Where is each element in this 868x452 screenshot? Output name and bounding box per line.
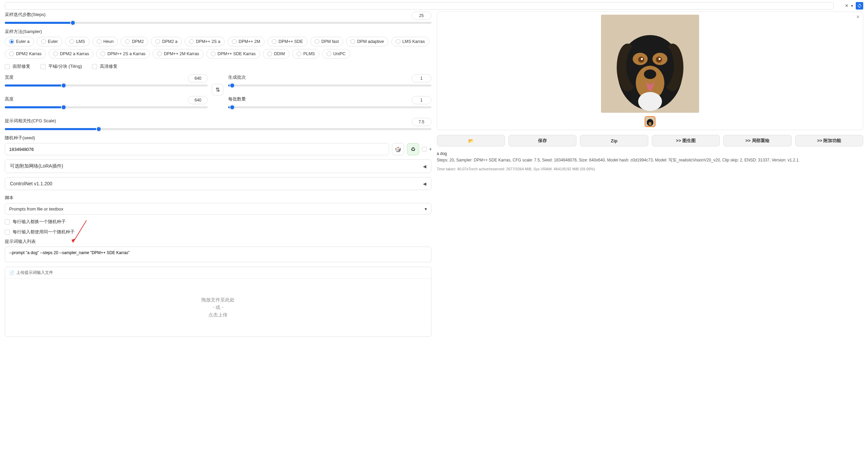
sampler-option-label: DPM++ 2M Karras xyxy=(164,51,199,56)
sampler-option-label: DPM fast xyxy=(321,39,339,44)
hires-label: 高清修复 xyxy=(100,63,117,69)
send-to-inpaint-button[interactable]: >> 局部重绘 xyxy=(723,135,791,146)
sampler-option[interactable]: LMS Karras xyxy=(391,37,429,46)
batch-size-value[interactable]: 1 xyxy=(412,96,431,104)
prompt-list-textarea[interactable] xyxy=(5,247,431,262)
restore-faces-label: 面部修复 xyxy=(13,63,30,69)
height-slider[interactable] xyxy=(5,106,208,108)
reuse-seed-button[interactable]: ♻ xyxy=(407,143,419,155)
radio-icon xyxy=(267,51,272,56)
radio-icon xyxy=(297,51,301,56)
sampler-option-label: LMS xyxy=(76,39,85,44)
sampler-option[interactable]: UniPC xyxy=(322,49,350,59)
prompt-list-label: 提示词输入列表 xyxy=(5,238,431,245)
tiling-checkbox[interactable]: 平铺/分块 (Tiling) xyxy=(41,63,82,69)
radio-icon xyxy=(53,51,58,56)
controlnet-accordion-label: ControlNet v1.1.200 xyxy=(10,181,52,186)
sampler-option[interactable]: DPM++ 2S a xyxy=(185,37,225,46)
sampler-option[interactable]: DPM++ 2M Karras xyxy=(153,49,204,59)
radio-icon xyxy=(189,39,194,44)
sampler-option[interactable]: DPM++ SDE xyxy=(267,37,307,46)
file-dropzone[interactable]: 拖放文件至此处 - 或 - 点击上传 xyxy=(5,279,431,337)
steps-value[interactable]: 25 xyxy=(412,12,431,20)
sampler-option[interactable]: DPM++ SDE Karras xyxy=(206,49,260,59)
sampler-option-label: DPM++ 2S a Karras xyxy=(107,51,145,56)
extra-seed-dropdown-icon[interactable]: ▾ xyxy=(429,147,431,152)
sampler-option[interactable]: Euler xyxy=(37,37,62,46)
upload-block: 📄 上传提示词输入文件 拖放文件至此处 - 或 - 点击上传 xyxy=(5,267,431,337)
dropdown-caret-icon[interactable]: ▾ xyxy=(851,3,853,8)
dropzone-line2: - 或 - xyxy=(213,305,223,311)
same-seed-per-line-label: 每行输入都使用同一个随机种子 xyxy=(13,229,75,235)
swap-dimensions-button[interactable]: ⇅ xyxy=(212,84,223,95)
send-to-extras-button[interactable]: >> 附加功能 xyxy=(795,135,863,146)
script-select[interactable]: Prompts from file or textbox ▾ xyxy=(5,203,431,215)
send-to-img2img-button[interactable]: >> 图生图 xyxy=(652,135,720,146)
restore-faces-checkbox[interactable]: 面部修复 xyxy=(5,63,30,69)
output-close-button[interactable]: × xyxy=(856,14,859,20)
same-seed-per-line-checkbox[interactable] xyxy=(5,230,10,235)
sampler-option-label: DPM++ SDE xyxy=(279,39,303,44)
random-seed-button[interactable]: 🎲 xyxy=(392,143,404,155)
output-thumbnail[interactable] xyxy=(645,116,656,127)
radio-icon xyxy=(41,39,46,44)
prompt-textarea[interactable] xyxy=(5,2,834,10)
radio-icon xyxy=(272,39,277,44)
seed-input[interactable] xyxy=(5,143,389,155)
random-seed-per-line-label: 每行输入都换一个随机种子 xyxy=(13,219,66,225)
width-slider[interactable] xyxy=(5,84,208,87)
height-label: 高度 xyxy=(5,96,14,102)
radio-icon xyxy=(232,39,237,44)
save-button[interactable]: 保存 xyxy=(508,135,577,146)
cfg-slider[interactable] xyxy=(5,128,431,130)
dog-thumb-icon xyxy=(645,117,655,126)
upload-tab-label: 上传提示词输入文件 xyxy=(16,270,53,276)
sampler-option-label: DPM++ SDE Karras xyxy=(218,51,256,56)
random-seed-per-line-checkbox[interactable] xyxy=(5,219,10,224)
sampler-group: 采样方法(Sampler) Euler aEulerLMSHeunDPM2DPM… xyxy=(5,29,431,59)
close-icon[interactable]: × xyxy=(845,3,848,9)
sampler-option-label: LMS Karras xyxy=(403,39,425,44)
dropzone-line1: 拖放文件至此处 xyxy=(201,297,235,303)
width-value[interactable]: 640 xyxy=(188,74,208,82)
reload-button[interactable] xyxy=(856,2,863,10)
sampler-option-label: Euler a xyxy=(16,39,30,44)
controlnet-accordion[interactable]: ControlNet v1.1.200 ◀ xyxy=(5,177,431,190)
lora-accordion-label: 可选附加网络(LoRA插件) xyxy=(10,163,63,169)
sampler-option[interactable]: DPM++ 2M xyxy=(227,37,265,46)
reload-icon xyxy=(857,3,862,8)
sampler-option[interactable]: DPM fast xyxy=(310,37,343,46)
sampler-option[interactable]: DPM++ 2S a Karras xyxy=(96,49,150,59)
sampler-option[interactable]: Euler a xyxy=(5,37,34,46)
open-folder-button[interactable]: 📂 xyxy=(437,135,505,146)
sampler-option[interactable]: DPM2 a xyxy=(151,37,182,46)
cfg-value[interactable]: 7.5 xyxy=(412,118,431,126)
sampler-option[interactable]: PLMS xyxy=(292,49,319,59)
sampler-option[interactable]: DPM adaptive xyxy=(346,37,389,46)
sampler-option[interactable]: DPM2 Karras xyxy=(5,49,46,59)
sampler-option[interactable]: DDIM xyxy=(263,49,289,59)
sampler-option[interactable]: DPM2 a Karras xyxy=(49,49,93,59)
lora-accordion[interactable]: 可选附加网络(LoRA插件) ◀ xyxy=(5,159,431,173)
radio-icon xyxy=(211,51,216,56)
sampler-option[interactable]: DPM2 xyxy=(121,37,148,46)
script-selected: Prompts from file or textbox xyxy=(9,206,63,212)
steps-slider[interactable] xyxy=(5,22,431,24)
hires-fix-checkbox[interactable]: 高清修复 xyxy=(92,63,117,69)
batch-count-slider[interactable] xyxy=(228,84,431,87)
upload-tab[interactable]: 📄 上传提示词输入文件 xyxy=(5,267,431,279)
sampler-option-label: UniPC xyxy=(333,51,346,56)
output-image[interactable] xyxy=(601,15,699,113)
batch-count-value[interactable]: 1 xyxy=(412,74,431,82)
sampler-option[interactable]: LMS xyxy=(65,37,90,46)
height-value[interactable]: 640 xyxy=(188,96,208,104)
sampler-option-label: DPM++ 2M xyxy=(239,39,260,44)
dog-image-placeholder xyxy=(601,15,699,113)
sampler-option[interactable]: Heun xyxy=(92,37,118,46)
sampler-option-label: DPM++ 2S a xyxy=(196,39,220,44)
zip-button[interactable]: Zip xyxy=(580,135,648,146)
svg-point-12 xyxy=(659,58,661,60)
output-time-text: Time taken: 40.07sTorch active/reserved:… xyxy=(437,166,864,172)
extra-seed-checkbox[interactable] xyxy=(422,147,427,152)
batch-size-slider[interactable] xyxy=(228,106,431,108)
